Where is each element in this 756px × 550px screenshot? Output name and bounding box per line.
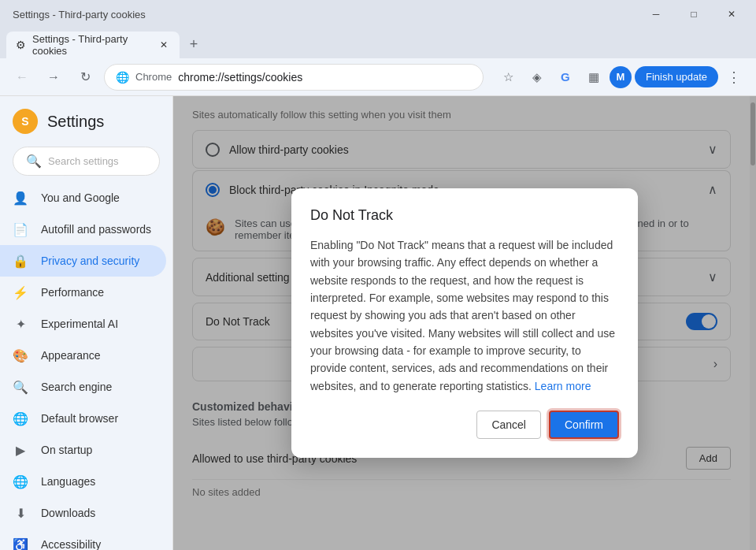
window-title: Settings - Third-party cookies [13, 9, 146, 20]
active-tab[interactable]: ⚙ Settings - Third-party cookies ✕ [6, 32, 180, 58]
dialog-body-text: Enabling "Do Not Track" means that a req… [310, 239, 615, 392]
appearance-icon: 🎨 [13, 347, 28, 363]
dialog-overlay: Do Not Track Enabling "Do Not Track" mea… [173, 96, 756, 550]
sidebar-button[interactable]: ▦ [581, 65, 606, 90]
bookmark-button[interactable]: ☆ [496, 65, 521, 90]
dialog-actions: Cancel Confirm [310, 411, 619, 439]
dialog-title: Do Not Track [310, 207, 619, 224]
sidebar-item-label: Search engine [41, 381, 112, 393]
sidebar-item-ai[interactable]: ✦ Experimental AI [0, 308, 166, 340]
reload-button[interactable]: ↻ [72, 65, 98, 90]
content-area: Sites automatically follow this setting … [173, 96, 756, 550]
default-browser-icon: 🌐 [13, 411, 28, 426]
sidebar-search[interactable]: 🔍 Search settings [13, 147, 160, 176]
sidebar-item-label: Autofill and passwords [41, 223, 151, 236]
tab-label: Settings - Third-party cookies [32, 33, 151, 57]
cancel-button[interactable]: Cancel [476, 411, 541, 439]
sidebar-item-privacy[interactable]: 🔒 Privacy and security [0, 245, 166, 277]
you-google-icon: 👤 [13, 190, 28, 206]
url-path: chrome://settings/cookies [178, 71, 302, 84]
sidebar-title: Settings [47, 113, 104, 131]
tab-bar: ⚙ Settings - Third-party cookies ✕ + [0, 28, 756, 58]
sidebar: S Settings 🔍 Search settings 👤 You and G… [0, 96, 173, 550]
sidebar-item-label: Privacy and security [41, 255, 139, 267]
sidebar-item-autofill[interactable]: 📄 Autofill and passwords [0, 214, 166, 245]
url-bar[interactable]: 🌐 Chrome chrome://settings/cookies [104, 64, 484, 91]
confirm-button[interactable]: Confirm [549, 411, 619, 439]
search-engine-icon: 🔍 [13, 379, 28, 395]
autofill-icon: 📄 [13, 221, 28, 237]
dialog-body: Enabling "Do Not Track" means that a req… [310, 236, 619, 396]
address-bar: ← → ↻ 🌐 Chrome chrome://settings/cookies… [0, 58, 756, 96]
tab-close-icon[interactable]: ✕ [158, 38, 170, 52]
title-bar: Settings - Third-party cookies ─ □ ✕ [0, 0, 756, 28]
forward-button[interactable]: → [41, 65, 66, 90]
search-icon: 🔍 [26, 154, 42, 169]
sidebar-item-label: Experimental AI [41, 318, 118, 330]
sidebar-item-label: Downloads [41, 507, 95, 519]
sidebar-item-languages[interactable]: 🌐 Languages [0, 466, 166, 497]
sidebar-item-label: Performance [41, 286, 104, 299]
sidebar-item-downloads[interactable]: ⬇ Downloads [0, 497, 166, 529]
languages-icon: 🌐 [13, 474, 28, 489]
profile-button[interactable]: M [610, 66, 632, 88]
sidebar-item-label: You and Google [41, 191, 120, 204]
sidebar-header: S Settings [0, 102, 172, 147]
back-button[interactable]: ← [9, 65, 35, 90]
finish-update-button[interactable]: Finish update [635, 66, 718, 87]
accessibility-icon: ♿ [13, 537, 28, 550]
new-tab-button[interactable]: + [183, 33, 205, 55]
maximize-button[interactable]: □ [676, 2, 712, 27]
sidebar-item-browser[interactable]: 🌐 Default browser [0, 403, 166, 434]
sidebar-item-performance[interactable]: ⚡ Performance [0, 277, 166, 308]
chrome-menu-button[interactable]: ⋮ [721, 65, 747, 90]
sidebar-item-search[interactable]: 🔍 Search engine [0, 371, 166, 403]
tab-favicon: ⚙ [16, 39, 26, 51]
main-layout: S Settings 🔍 Search settings 👤 You and G… [0, 96, 756, 550]
sidebar-item-label: Accessibility [41, 538, 101, 550]
performance-icon: ⚡ [13, 284, 28, 300]
search-placeholder: Search settings [48, 155, 119, 167]
toolbar-icons: ☆ ◈ G ▦ M Finish update ⋮ [496, 65, 747, 90]
close-button[interactable]: ✕ [713, 2, 750, 27]
do-not-track-dialog: Do Not Track Enabling "Do Not Track" mea… [291, 188, 638, 459]
url-origin: Chrome [135, 71, 172, 83]
window-controls: ─ □ ✕ [638, 2, 750, 27]
sidebar-item-label: Languages [41, 475, 95, 488]
learn-more-link[interactable]: Learn more [535, 380, 591, 392]
sidebar-avatar: S [13, 109, 38, 134]
ai-icon: ✦ [13, 316, 28, 332]
google-button[interactable]: G [553, 65, 578, 90]
minimize-button[interactable]: ─ [638, 2, 674, 27]
sidebar-item-label: Appearance [41, 349, 101, 362]
sidebar-item-startup[interactable]: ▶ On startup [0, 434, 166, 466]
sidebar-item-label: Default browser [41, 412, 118, 425]
extension-button[interactable]: ◈ [524, 65, 550, 90]
finish-update-label: Finish update [646, 71, 707, 83]
sidebar-item-label: On startup [41, 444, 92, 456]
sidebar-item-accessibility[interactable]: ♿ Accessibility [0, 529, 166, 550]
privacy-icon: 🔒 [13, 253, 28, 269]
downloads-icon: ⬇ [13, 505, 28, 521]
chrome-logo-icon: 🌐 [116, 71, 129, 84]
startup-icon: ▶ [13, 442, 28, 458]
sidebar-item-you-and-google[interactable]: 👤 You and Google [0, 182, 166, 214]
sidebar-item-appearance[interactable]: 🎨 Appearance [0, 340, 166, 371]
